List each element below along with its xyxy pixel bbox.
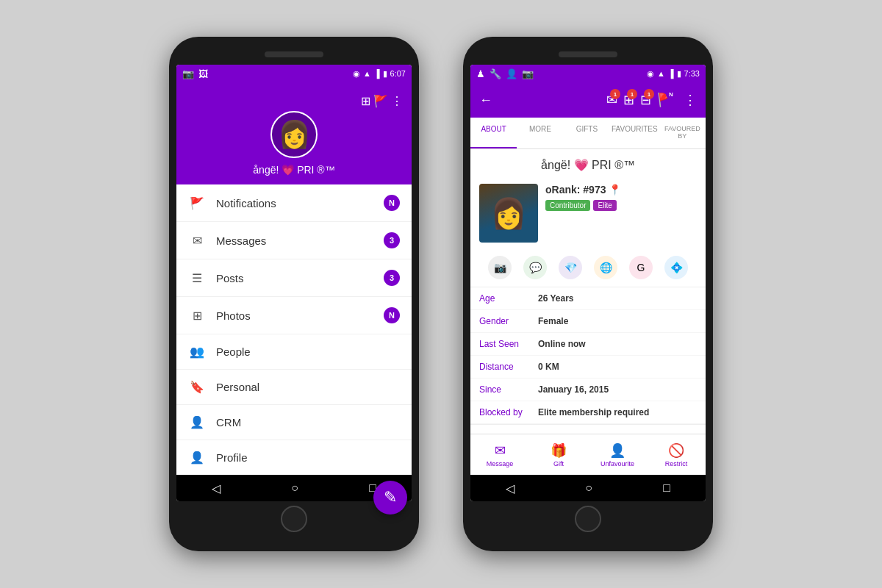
header-icon-flag[interactable]: 🚩 (373, 94, 388, 108)
top-left-icons-1: 📷 🖼 (182, 68, 208, 79)
bottom-actions-2: ✉ Message 🎁 Gift 👤 Unfavourite 🚫 Restric… (470, 434, 706, 475)
user-icon: 👤 (506, 68, 517, 79)
menu-item-profile[interactable]: 👤 Profile (176, 440, 412, 475)
distance-label: Distance (479, 362, 538, 372)
social-icon-camera[interactable]: 📷 (488, 256, 512, 279)
info-row-age: Age 26 Years (470, 287, 706, 310)
posts-label: Posts (216, 272, 384, 284)
menu-item-photos[interactable]: ⊞ Photos N (176, 297, 412, 334)
gender-value: Female (538, 316, 568, 326)
time-1: 6:07 (390, 69, 406, 78)
home-button-1[interactable] (281, 506, 307, 532)
tab-gifts[interactable]: GIFTS (564, 118, 610, 148)
unfavourite-action-icon: 👤 (609, 442, 625, 459)
status-bar-2: ♟ 🔧 👤 📷 ◉ ▲ ▐ ▮ 7:33 (470, 65, 706, 82)
back-button-2[interactable]: ← (476, 90, 495, 111)
toolbar-flag-icon[interactable]: 🚩 N (657, 92, 673, 108)
social-icon-globe[interactable]: 🌐 (594, 256, 617, 279)
phone-speaker-1 (265, 51, 323, 57)
toolbar-message-icon[interactable]: ✉ 1 (606, 92, 617, 108)
menu-item-crm[interactable]: 👤 CRM (176, 405, 412, 440)
age-label: Age (479, 293, 538, 304)
tab-more[interactable]: MORE (517, 118, 563, 148)
info-row-gender: Gender Female (470, 310, 706, 333)
location-icon-1: ◉ (353, 69, 360, 79)
more-icon-2[interactable]: ⋮ (681, 89, 700, 111)
profile-header-1: ⊞ 🚩 ⋮ 👩 ångë! 💗 PRI ®™ (176, 82, 412, 184)
message-action-icon: ✉ (495, 442, 506, 459)
nav-bar-2: ◁ ○ □ (470, 475, 706, 501)
menu-item-posts[interactable]: ☰ Posts 3 (176, 259, 412, 297)
status-bar-1: 📷 🖼 ◉ ▲ ▐ ▮ 6:07 (176, 65, 412, 82)
header-icon-grid[interactable]: ⊞ (361, 94, 370, 108)
crm-label: CRM (216, 416, 400, 429)
menu-item-notifications[interactable]: 🚩 Notifications N (176, 184, 412, 222)
action-restrict[interactable]: 🚫 Restrict (647, 438, 706, 472)
notifications-label: Notifications (216, 197, 384, 209)
home-button-2[interactable] (575, 506, 601, 532)
profile-avatar-2: 👩 (479, 184, 538, 243)
flag-badge: N (666, 89, 676, 99)
battery-icon-2: ▮ (677, 69, 681, 79)
wifi-icon-2: ▲ (657, 69, 665, 78)
phone-screen-2: ♟ 🔧 👤 📷 ◉ ▲ ▐ ▮ 7:33 ← ✉ 1 ⊞ 1 (470, 65, 706, 501)
social-icons-row: 📷 💬 💎 🌐 G 💠 (470, 248, 706, 287)
notifications-badge: N (384, 195, 400, 211)
header-icon-more[interactable]: ⋮ (391, 94, 403, 108)
action-message[interactable]: ✉ Message (470, 438, 529, 472)
action-gift[interactable]: 🎁 Gift (529, 438, 588, 472)
blocked-value: Elite membership required (538, 407, 649, 417)
image-icon-1: 🖼 (198, 68, 208, 79)
rank-text: oRank: #973 📍 (545, 184, 697, 196)
social-icon-google[interactable]: G (629, 256, 653, 279)
social-icon-diamond[interactable]: 💎 (559, 256, 582, 279)
tab-favoured[interactable]: FAVOURED BY (659, 118, 706, 148)
location-icon-2: ◉ (647, 69, 654, 79)
tab-about[interactable]: ABOUT (470, 118, 517, 148)
phone-speaker-2 (559, 51, 617, 57)
phone-2: ♟ 🔧 👤 📷 ◉ ▲ ▐ ▮ 7:33 ← ✉ 1 ⊞ 1 (463, 37, 713, 551)
camera-icon-1: 📷 (182, 68, 194, 79)
tab-favourites[interactable]: FAVOURITES (610, 118, 659, 148)
personal-icon: 🔖 (188, 380, 206, 394)
tabs-bar-2: ABOUT MORE GIFTS FAVOURITES FAVOURED BY (470, 118, 706, 149)
people-icon: 👥 (188, 345, 206, 359)
message-badge: 1 (610, 89, 620, 99)
cam-icon: 📷 (522, 68, 534, 79)
restrict-action-icon: 🚫 (668, 442, 684, 459)
username-1: ångë! 💗 PRI ®™ (253, 164, 334, 176)
back-nav-icon-2[interactable]: ◁ (506, 481, 514, 495)
contributor-badge: Contributor (545, 200, 590, 211)
messages-badge: 3 (384, 232, 400, 248)
menu-item-people[interactable]: 👥 People (176, 334, 412, 370)
menu-item-personal[interactable]: 🔖 Personal (176, 370, 412, 405)
grid-badge: 1 (627, 89, 637, 99)
wifi-icon-1: ▲ (363, 69, 371, 78)
since-value: January 16, 2015 (538, 384, 609, 395)
back-nav-icon-1[interactable]: ◁ (212, 481, 220, 495)
since-label: Since (479, 384, 538, 395)
profile-content-2: ångë! 💗 PRI ®™ 👩 oRank: #973 📍 Contribut (470, 149, 706, 434)
status-icons-2: ◉ ▲ ▐ ▮ 7:33 (647, 69, 700, 79)
photos-label: Photos (216, 309, 384, 322)
notifications-icon: 🚩 (188, 196, 206, 210)
menu-list-1: 🚩 Notifications N ✉ Messages 3 ☰ Posts 3… (176, 184, 412, 475)
home-nav-icon-2[interactable]: ○ (585, 481, 592, 495)
menu-item-messages[interactable]: ✉ Messages 3 (176, 222, 412, 259)
gift-action-label: Gift (553, 460, 564, 467)
tools-icon: 🔧 (490, 68, 501, 79)
toolbar-2: ← ✉ 1 ⊞ 1 ⊟ 1 🚩 N ⋮ (470, 82, 706, 118)
toolbar-grid-icon[interactable]: ⊞ 1 (623, 92, 634, 108)
social-icon-diamond2[interactable]: 💠 (664, 256, 688, 279)
toolbar-list-icon[interactable]: ⊟ 1 (640, 92, 651, 108)
recent-nav-icon-2[interactable]: □ (663, 481, 670, 495)
photos-icon: ⊞ (188, 309, 206, 323)
info-row-distance: Distance 0 KM (470, 356, 706, 379)
action-unfavourite[interactable]: 👤 Unfavourite (588, 438, 647, 472)
interests-header[interactable]: Interests (470, 424, 706, 434)
info-row-last-seen: Last Seen Online now (470, 333, 706, 356)
social-icon-chat[interactable]: 💬 (523, 256, 547, 279)
home-nav-icon-1[interactable]: ○ (291, 481, 298, 495)
badges-row: Contributor Elite (545, 200, 697, 211)
personal-label: Personal (216, 381, 400, 393)
